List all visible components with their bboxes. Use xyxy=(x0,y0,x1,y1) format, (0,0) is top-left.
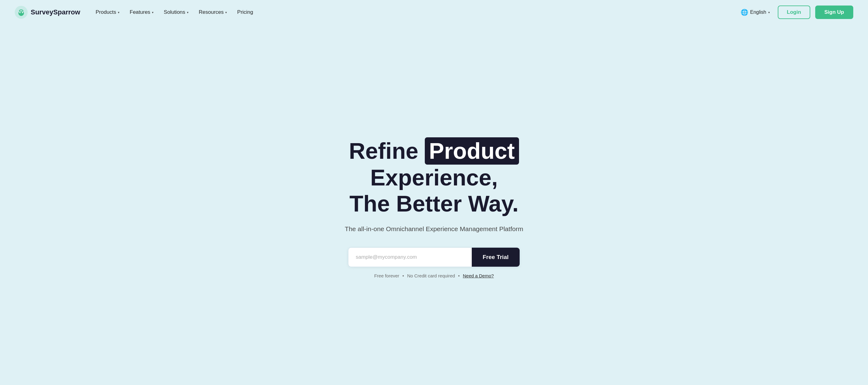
nav-menu: Products ▾ Features ▾ Solutions ▾ Resour… xyxy=(91,7,257,18)
signup-button[interactable]: Sign Up xyxy=(815,5,853,19)
nav-link-solutions[interactable]: Solutions ▾ xyxy=(160,7,193,18)
svg-point-1 xyxy=(19,12,21,13)
bullet-2: • xyxy=(458,273,460,278)
nav-item-products[interactable]: Products ▾ xyxy=(91,7,123,18)
logo-icon xyxy=(15,6,28,19)
need-demo-link[interactable]: Need a Demo? xyxy=(463,273,494,278)
chevron-icon: ▾ xyxy=(225,11,227,14)
hero-subtitle: The all-in-one Omnichannel Experience Ma… xyxy=(345,225,523,233)
language-selector[interactable]: 🌐 English ▾ xyxy=(738,7,773,18)
nav-item-pricing[interactable]: Pricing xyxy=(233,7,257,18)
login-button[interactable]: Login xyxy=(778,5,810,19)
chevron-down-icon: ▾ xyxy=(768,11,770,14)
nav-item-resources[interactable]: Resources ▾ xyxy=(195,7,231,18)
language-label: English xyxy=(750,9,766,15)
nav-link-features[interactable]: Features ▾ xyxy=(126,7,158,18)
chevron-icon: ▾ xyxy=(152,11,153,14)
email-input[interactable] xyxy=(348,248,472,267)
nav-item-features[interactable]: Features ▾ xyxy=(126,7,158,18)
chevron-icon: ▾ xyxy=(118,11,119,14)
nav-link-pricing[interactable]: Pricing xyxy=(233,7,257,18)
hero-section: Refine Product Experience, The Better Wa… xyxy=(0,25,868,385)
logo[interactable]: SurveySparrow xyxy=(15,6,80,19)
globe-icon: 🌐 xyxy=(741,9,748,16)
nav-left: SurveySparrow Products ▾ Features ▾ Solu… xyxy=(15,6,257,19)
navbar: SurveySparrow Products ▾ Features ▾ Solu… xyxy=(0,0,868,25)
bullet-1: • xyxy=(402,273,404,278)
nav-link-products[interactable]: Products ▾ xyxy=(91,7,123,18)
logo-text: SurveySparrow xyxy=(31,8,80,16)
free-trial-button[interactable]: Free Trial xyxy=(472,248,520,267)
nav-item-solutions[interactable]: Solutions ▾ xyxy=(160,7,193,18)
nav-right: 🌐 English ▾ Login Sign Up xyxy=(738,5,853,19)
svg-point-2 xyxy=(22,12,23,13)
cta-footnote: Free forever • No Credit card required •… xyxy=(374,273,494,278)
chevron-icon: ▾ xyxy=(187,11,188,14)
cta-form: Free Trial xyxy=(348,247,520,267)
highlight-word: Product xyxy=(425,137,519,165)
hero-title: Refine Product Experience, The Better Wa… xyxy=(296,137,572,217)
nav-link-resources[interactable]: Resources ▾ xyxy=(195,7,231,18)
